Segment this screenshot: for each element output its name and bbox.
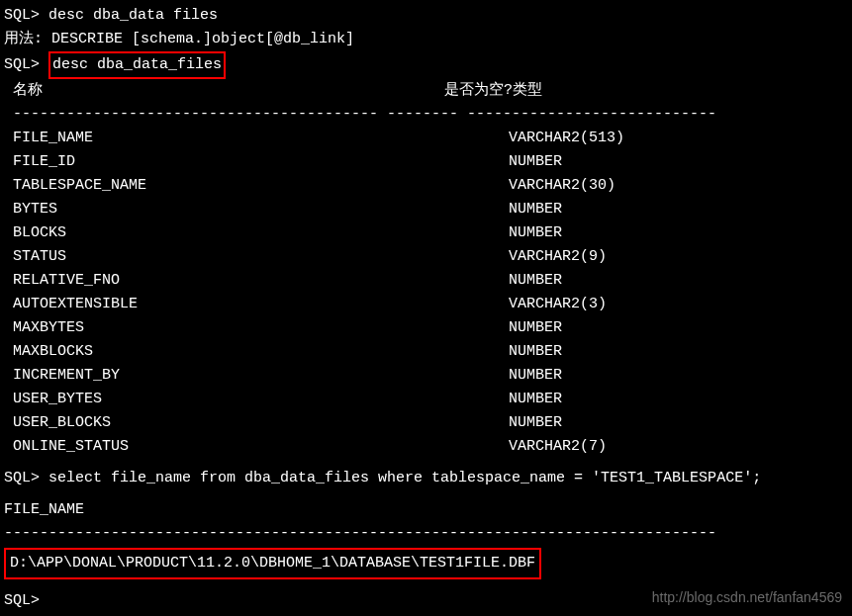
column-type: NUMBER	[509, 388, 562, 411]
column-type: VARCHAR2(30)	[509, 174, 615, 198]
column-row: TABLESPACE_NAMEVARCHAR2(30)	[4, 174, 848, 198]
column-type: VARCHAR2(513)	[509, 127, 624, 150]
header-type-label: 类型	[513, 79, 542, 103]
column-name: FILE_ID	[4, 150, 509, 174]
column-name: ONLINE_STATUS	[4, 435, 509, 459]
watermark-text: http://blog.csdn.net/fanfan4569	[652, 586, 842, 608]
column-row: MAXBYTESNUMBER	[4, 316, 848, 340]
result-header: FILE_NAME	[4, 498, 848, 522]
sql-prompt-line-1[interactable]: SQL> desc dba_data files	[4, 4, 848, 28]
column-type: VARCHAR2(7)	[509, 435, 607, 459]
column-name: MAXBLOCKS	[4, 340, 509, 364]
separator-line: ----------------------------------------…	[4, 103, 848, 127]
column-row: USER_BYTESNUMBER	[4, 388, 848, 411]
column-type: NUMBER	[509, 269, 562, 293]
result-separator: ----------------------------------------…	[4, 522, 848, 546]
sql-prompt-line-3[interactable]: SQL> select file_name from dba_data_file…	[4, 467, 848, 490]
column-row: ONLINE_STATUSVARCHAR2(7)	[4, 435, 848, 459]
usage-line: 用法: DESCRIBE [schema.]object[@db_link]	[4, 28, 848, 51]
column-name: TABLESPACE_NAME	[4, 174, 509, 198]
column-name: RELATIVE_FNO	[4, 269, 509, 293]
sql-prompt-line-2[interactable]: SQL> desc dba_data_files	[4, 51, 848, 79]
desc-header-row: 名称 是否为空? 类型	[4, 79, 848, 103]
header-null-label: 是否为空?	[444, 79, 513, 103]
sql-prompt: SQL>	[4, 56, 48, 73]
column-name: BLOCKS	[4, 221, 509, 245]
column-row: FILE_NAMEVARCHAR2(513)	[4, 127, 848, 150]
column-name: MAXBYTES	[4, 316, 509, 340]
column-type: NUMBER	[509, 198, 562, 221]
column-row: BLOCKSNUMBER	[4, 221, 848, 245]
column-name: STATUS	[4, 245, 509, 269]
sql-command-1: desc dba_data files	[48, 7, 218, 24]
sql-command-3: select file_name from dba_data_files whe…	[48, 470, 761, 486]
column-row: INCREMENT_BYNUMBER	[4, 364, 848, 388]
column-type: VARCHAR2(9)	[509, 245, 607, 269]
column-name: AUTOEXTENSIBLE	[4, 293, 509, 316]
columns-list: FILE_NAMEVARCHAR2(513) FILE_IDNUMBER TAB…	[4, 127, 848, 459]
column-row: MAXBLOCKSNUMBER	[4, 340, 848, 364]
column-row: USER_BLOCKSNUMBER	[4, 411, 848, 435]
column-row: FILE_IDNUMBER	[4, 150, 848, 174]
column-type: NUMBER	[509, 340, 562, 364]
column-row: BYTESNUMBER	[4, 198, 848, 221]
column-row: STATUSVARCHAR2(9)	[4, 245, 848, 269]
column-name: BYTES	[4, 198, 509, 221]
column-name: USER_BLOCKS	[4, 411, 509, 435]
sql-prompt: SQL>	[4, 470, 48, 486]
column-type: VARCHAR2(3)	[509, 293, 607, 316]
column-name: FILE_NAME	[4, 127, 509, 150]
column-type: NUMBER	[509, 221, 562, 245]
header-name-label: 名称	[4, 79, 444, 103]
column-row: AUTOEXTENSIBLEVARCHAR2(3)	[4, 293, 848, 316]
column-name: INCREMENT_BY	[4, 364, 509, 388]
column-type: NUMBER	[509, 150, 562, 174]
column-type: NUMBER	[509, 316, 562, 340]
sql-prompt: SQL>	[4, 7, 48, 24]
result-value-highlighted: D:\APP\DONAL\PRODUCT\11.2.0\DBHOME_1\DAT…	[4, 548, 541, 579]
column-type: NUMBER	[509, 364, 562, 388]
result-row: D:\APP\DONAL\PRODUCT\11.2.0\DBHOME_1\DAT…	[4, 546, 848, 581]
column-row: RELATIVE_FNONUMBER	[4, 269, 848, 293]
column-type: NUMBER	[509, 411, 562, 435]
sql-command-2-highlighted: desc dba_data_files	[48, 51, 226, 79]
column-name: USER_BYTES	[4, 388, 509, 411]
